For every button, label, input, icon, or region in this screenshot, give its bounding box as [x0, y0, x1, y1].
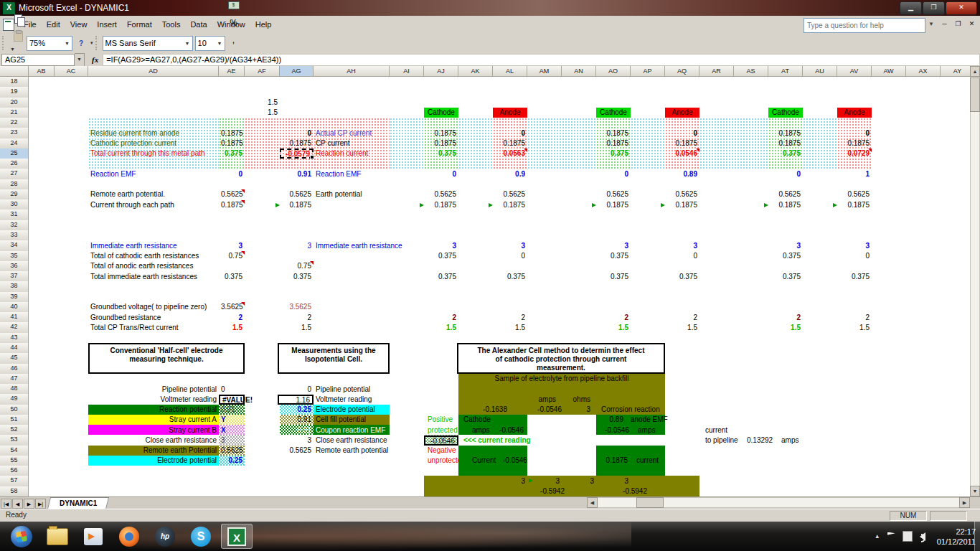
cell-AO30[interactable]: 0.1875	[596, 200, 631, 210]
row-header-44[interactable]: 44	[0, 343, 29, 354]
column-header-AI[interactable]: AI	[390, 66, 424, 77]
insert-function-icon[interactable]: fx	[92, 55, 98, 64]
cell-AL42[interactable]: 1.5	[493, 323, 527, 333]
column-header-AV[interactable]: AV	[837, 66, 872, 77]
cell-AG41[interactable]: 2	[280, 313, 314, 323]
cell-AG30[interactable]: 0.1875	[280, 200, 314, 210]
cell-AT25[interactable]: 0.375	[768, 149, 803, 159]
row-header-50[interactable]: 50	[0, 405, 29, 415]
cell-AJ35[interactable]: 0.375	[424, 251, 458, 261]
row-header-19[interactable]: 19	[0, 87, 29, 98]
row-header-29[interactable]: 29	[0, 189, 29, 200]
skype-icon[interactable]: S	[185, 524, 217, 549]
cell-AJ27[interactable]: 0	[424, 169, 458, 179]
cell-x640r50[interactable]: -0.1638	[459, 405, 509, 415]
cell-AE29[interactable]: 0.5625	[219, 189, 245, 199]
start-button[interactable]	[6, 524, 37, 549]
minimize-button[interactable]: ▁	[900, 1, 922, 15]
cell-AH51[interactable]: Cell fill potential	[314, 415, 390, 425]
cell-AQ24[interactable]: 0.1875	[665, 138, 699, 149]
row-header-28[interactable]: 28	[0, 179, 29, 190]
cell-x728r58[interactable]: -0.5942	[522, 486, 567, 496]
row-header-47[interactable]: 47	[0, 374, 29, 385]
row-header-51[interactable]: 51	[0, 415, 29, 425]
row-header-23[interactable]: 23	[0, 128, 29, 138]
cell-AD29[interactable]: Remote earth potential.	[88, 189, 219, 199]
column-header-AM[interactable]: AM	[527, 66, 562, 77]
cell-AJ21[interactable]: Cathode	[424, 108, 458, 118]
cell-AV25[interactable]: 0.0729	[837, 149, 872, 159]
cell-x980r53[interactable]: to pipeline	[703, 435, 743, 446]
tray-expand-icon[interactable]: ▲	[875, 533, 880, 540]
row-header-25[interactable]: 25	[0, 149, 29, 159]
row-header-31[interactable]: 31	[0, 209, 29, 220]
row-header-18[interactable]: 18	[0, 77, 29, 88]
zoom-select[interactable]: 75%▼	[27, 36, 72, 51]
cell-AM57[interactable]: 3	[527, 476, 562, 486]
tab-first-icon[interactable]: |◀	[1, 499, 11, 509]
cell-AH49[interactable]: Voltmeter reading	[314, 395, 390, 405]
cell-AJ29[interactable]: 0.5625	[424, 189, 458, 199]
cell-x593r55[interactable]: unprotected	[425, 456, 458, 466]
cell-AE37[interactable]: 0.375	[219, 272, 245, 282]
cell-AF21[interactable]: 1.5	[245, 108, 280, 118]
row-header-52[interactable]: 52	[0, 425, 29, 435]
cell-AE41[interactable]: 2	[219, 313, 245, 323]
cell-AJ42[interactable]: 1.5	[424, 323, 458, 333]
cell-x643r51[interactable]: Cathode	[461, 415, 504, 425]
cell-AV23[interactable]: 0	[837, 128, 872, 138]
cell-AH24[interactable]: CP current	[314, 138, 390, 149]
column-header-AP[interactable]: AP	[631, 66, 665, 77]
cell-x593r54[interactable]: Negative	[425, 446, 460, 456]
copy-icon[interactable]	[9, 10, 27, 27]
row-header-56[interactable]: 56	[0, 466, 29, 476]
cell-AD54[interactable]: Remote earth Potential	[88, 446, 219, 456]
text-box-2[interactable]: Measurements using theIsopotential Cell.	[278, 343, 390, 374]
tab-prev-icon[interactable]: ◀	[12, 499, 23, 509]
formula-input[interactable]: =IF(AG29>=AG27,0,(AG27-AG29)/(AG34+AE34)…	[103, 54, 980, 66]
cell-x387r49[interactable]: 1.16	[278, 395, 314, 405]
cell-AV29[interactable]: 0.5625	[837, 189, 872, 199]
cell-AH50[interactable]: Electrode potential	[314, 405, 390, 415]
cell-AQ25[interactable]: 0.0546	[665, 149, 699, 159]
font-name-select[interactable]: MS Sans Serif▼	[103, 36, 193, 51]
sheet-tab-dynamic1[interactable]: DYNAMIC1	[47, 497, 109, 509]
cell-AQ27[interactable]: 0.89	[665, 169, 699, 179]
cell-AD40[interactable]: Groundbed voltage( to pipeline zero)	[88, 302, 219, 312]
cell-AH53[interactable]: Close earth resistance	[314, 435, 390, 446]
cell-AJ41[interactable]: 2	[424, 313, 458, 323]
cell-AJ24[interactable]: 0.1875	[424, 138, 458, 149]
cell-AH52[interactable]: Coupon reaction EMF	[314, 425, 390, 435]
cell-AT35[interactable]: 0.375	[768, 251, 803, 261]
cell-x698r55[interactable]: -0.0546	[501, 456, 527, 466]
column-header-AR[interactable]: AR	[699, 66, 734, 77]
cell-AE51[interactable]: Y	[219, 415, 245, 425]
comma-icon[interactable]: ,	[225, 32, 242, 49]
cell-AE48[interactable]: 0	[219, 385, 245, 395]
cell-AD42[interactable]: Total CP Trans/Rect current	[88, 323, 219, 333]
cell-AH48[interactable]: Pipeline potential	[314, 385, 390, 395]
cell-AO34[interactable]: 3	[596, 241, 631, 251]
cell-AH25[interactable]: Reaction current	[314, 149, 390, 159]
row-header-40[interactable]: 40	[0, 302, 29, 313]
cell-AT23[interactable]: 0.1875	[768, 128, 803, 138]
cell-AG50[interactable]: 0.25	[280, 405, 314, 415]
cell-AO23[interactable]: 0.1875	[596, 128, 631, 138]
cell-x845r58[interactable]: -0.5942	[606, 486, 649, 496]
cell-AO21[interactable]: Cathode	[596, 108, 631, 118]
cell-AT34[interactable]: 3	[768, 241, 803, 251]
column-header-AY[interactable]: AY	[941, 66, 970, 77]
cell-AT41[interactable]: 2	[768, 313, 803, 323]
cell-x655r55[interactable]: Current	[470, 456, 500, 466]
cell-x593r52[interactable]: protected	[425, 425, 458, 435]
help-icon[interactable]: ?	[72, 34, 90, 52]
cell-AH34[interactable]: Immediate earth resistance	[314, 241, 390, 251]
cell-AQ34[interactable]: 3	[665, 241, 699, 251]
cell-AG52[interactable]: 0.91	[280, 425, 314, 435]
cell-AT29[interactable]: 0.5625	[768, 189, 803, 199]
cell-x1038r53[interactable]: 0.13292	[745, 435, 778, 446]
restore-button[interactable]: ❐	[923, 1, 945, 15]
taskbar-clock[interactable]: 22:17 01/12/2011	[937, 527, 976, 547]
column-header-AS[interactable]: AS	[734, 66, 768, 77]
cell-x639r47[interactable]: Sample of electrolyte from pipeline back…	[458, 374, 665, 384]
